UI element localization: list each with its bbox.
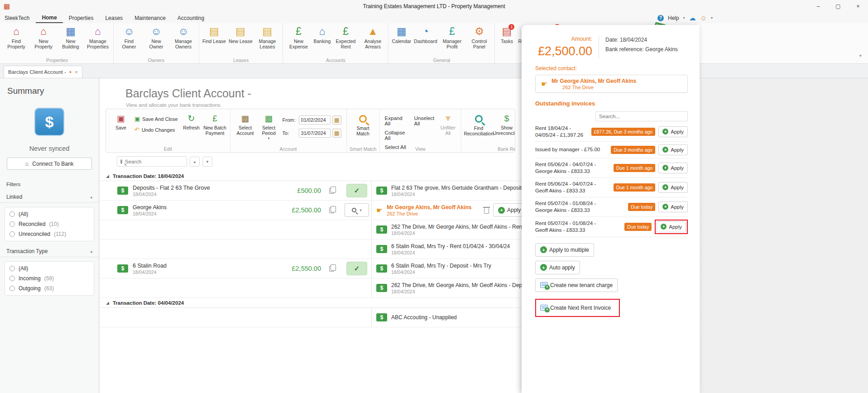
- trash-icon[interactable]: [484, 208, 489, 214]
- filter-option-all[interactable]: (All): [5, 264, 94, 273]
- close-button[interactable]: ×: [848, 0, 868, 13]
- group-expander-icon[interactable]: ◢: [106, 174, 109, 178]
- new-property-button[interactable]: ⌂ New Property: [30, 24, 57, 50]
- group-expander-icon[interactable]: ◢: [106, 301, 109, 305]
- invoice-apply-button[interactable]: + Apply: [658, 182, 688, 193]
- user-chevron-icon[interactable]: ▾: [711, 16, 713, 20]
- apply-to-multiple-button[interactable]: + Apply to multiple: [535, 243, 594, 257]
- selected-contact-name: Mr George Akins, Mr Geoff Akins: [387, 204, 471, 211]
- menu-sleektech[interactable]: SleekTech: [5, 13, 36, 23]
- auto-apply-button[interactable]: + Auto apply: [535, 261, 580, 274]
- radio-icon[interactable]: [10, 221, 15, 227]
- menu-tab-accounting[interactable]: Accounting: [172, 13, 210, 23]
- unfilter-all-button[interactable]: ▼ Unfilter All: [438, 111, 458, 136]
- select-period-button[interactable]: ▦ Select Period ▾: [257, 111, 281, 140]
- filter-option-incoming[interactable]: Incoming (59): [5, 273, 94, 283]
- select-account-button[interactable]: ▦ Select Account: [234, 111, 257, 136]
- expand-all-button[interactable]: Expand All: [385, 115, 407, 126]
- filter-option-reconciled[interactable]: Reconciled (10): [5, 219, 94, 229]
- tab-close-icon[interactable]: ×: [75, 69, 77, 75]
- show-unreconciled-button[interactable]: $ Show Unreconciled: [493, 111, 515, 136]
- cloud-sync-icon[interactable]: ☁: [689, 14, 696, 22]
- new-building-button[interactable]: ▦ New Building: [57, 24, 84, 50]
- analyse-arrears-button[interactable]: ▲ Analyse Arrears: [359, 24, 386, 50]
- save-button[interactable]: ▣ Save: [109, 111, 133, 130]
- create-new-tenant-charge-button[interactable]: Create new tenant charge: [535, 278, 618, 292]
- help-icon[interactable]: ?: [657, 15, 664, 21]
- tasks-button[interactable]: 1 ▤ Tasks: [497, 24, 517, 45]
- copy-icon[interactable]: [329, 266, 334, 272]
- to-date-input[interactable]: [299, 129, 331, 138]
- refresh-button[interactable]: ↻ Refresh: [180, 111, 203, 130]
- invoice-search-input[interactable]: [595, 111, 688, 121]
- from-date-input[interactable]: [299, 115, 331, 125]
- user-account-icon[interactable]: ☺: [700, 14, 707, 22]
- from-calendar-icon[interactable]: ▦: [332, 115, 341, 125]
- copy-icon[interactable]: [329, 188, 334, 194]
- manage-leases-icon: ▤: [263, 25, 273, 38]
- help-chevron-icon[interactable]: ▾: [683, 16, 685, 20]
- copy-icon[interactable]: [329, 207, 334, 213]
- tab-barclays-client-account[interactable]: Barclays Client Account - ● ×: [4, 66, 82, 78]
- manage-leases-button[interactable]: ▤ Manage Leases: [254, 24, 281, 50]
- search-next-icon[interactable]: ▾: [202, 157, 212, 167]
- invoice-apply-button[interactable]: + Apply: [658, 144, 688, 155]
- filter-option-unreconciled[interactable]: Unreconciled (112): [5, 229, 94, 239]
- filter-option-all[interactable]: (All): [5, 209, 94, 219]
- cash-icon: $: [376, 245, 387, 253]
- save-and-close-button[interactable]: ▣ Save And Close: [134, 115, 178, 122]
- undo-changes-button[interactable]: ↶ Undo Changes: [134, 126, 178, 133]
- invoice-apply-button[interactable]: + Apply: [658, 201, 688, 212]
- help-label[interactable]: Help: [668, 15, 679, 21]
- find-owner-button[interactable]: ☺ Find Owner: [115, 24, 143, 50]
- linked-filter-header[interactable]: Linked ▴: [0, 192, 99, 203]
- menu-tab-leases[interactable]: Leases: [99, 13, 129, 23]
- menu-tab-properties[interactable]: Properties: [63, 13, 100, 23]
- find-property-button[interactable]: ⌂ Find Property: [3, 24, 30, 50]
- transaction-search-box[interactable]: [117, 156, 187, 167]
- manage-properties-button[interactable]: ⌂ Manage Properties: [84, 24, 111, 50]
- radio-icon[interactable]: [10, 286, 15, 291]
- transaction-date: 18/04/2024: [133, 192, 210, 197]
- filter-option-outgoing[interactable]: Outgoing (63): [5, 283, 94, 293]
- find-reconciliation-button[interactable]: Find Reconciliation: [465, 111, 493, 136]
- manager-profit-button[interactable]: £ Manager Profit: [438, 24, 465, 50]
- radio-icon[interactable]: [10, 231, 15, 237]
- new-owner-button[interactable]: ☺ New Owner: [143, 24, 170, 50]
- banking-button[interactable]: ⌂ Banking: [312, 24, 332, 45]
- contact-search-dropdown[interactable]: ▾: [345, 203, 369, 217]
- minimize-button[interactable]: –: [808, 0, 828, 13]
- new-expense-button[interactable]: £ New Expense: [285, 24, 312, 50]
- maximize-button[interactable]: ▢: [828, 0, 848, 13]
- invoice-apply-button-highlighted[interactable]: + Apply: [657, 221, 686, 232]
- menu-tab-home[interactable]: Home: [36, 13, 62, 23]
- radio-icon[interactable]: [10, 211, 15, 217]
- invoice-apply-button[interactable]: + Apply: [658, 163, 688, 173]
- menu-tab-maintenance[interactable]: Maintenance: [129, 13, 172, 23]
- radio-icon[interactable]: [10, 276, 15, 281]
- ribbon-collapse-icon[interactable]: ▾: [859, 53, 862, 58]
- search-prev-icon[interactable]: ▴: [190, 157, 200, 167]
- unselect-all-button[interactable]: Unselect All: [414, 115, 436, 126]
- ribbon-label: New Property: [31, 38, 56, 49]
- document-tabstrip: Barclays Client Account - ● ×: [0, 64, 868, 78]
- selected-contact-card[interactable]: ☛ Mr George Akins, Mr Geoff Akins 262 Th…: [535, 75, 688, 93]
- transaction-type-filter-header[interactable]: Transaction Type ▴: [0, 246, 99, 257]
- manage-owners-button[interactable]: ☺ Manage Owners: [170, 24, 197, 50]
- new-lease-button[interactable]: ▤ New Lease: [227, 24, 254, 45]
- create-next-rent-invoice-button[interactable]: Create Next Rent Invoice: [538, 302, 613, 314]
- radio-icon[interactable]: [10, 266, 15, 271]
- new-batch-payment-button[interactable]: £ New Batch Payment: [203, 111, 227, 136]
- to-calendar-icon[interactable]: ▦: [332, 129, 341, 138]
- apply-button[interactable]: + Apply: [493, 203, 526, 217]
- collapse-all-button[interactable]: Collapse All: [385, 130, 407, 141]
- calendar-button[interactable]: ▦ Calendar: [390, 24, 412, 45]
- control-panel-button[interactable]: ⚙ Control Panel: [465, 24, 493, 50]
- dashboard-button[interactable]: ◔ Dashboard: [412, 24, 438, 45]
- transaction-search-input[interactable]: [125, 159, 195, 164]
- expected-rent-button[interactable]: £ Expected Rent: [332, 24, 359, 50]
- invoice-apply-button[interactable]: + Apply: [658, 126, 688, 137]
- find-lease-button[interactable]: ▤ Find Lease: [201, 24, 227, 45]
- smart-match-button[interactable]: Smart Match: [350, 111, 376, 136]
- connect-to-bank-button[interactable]: ⌂ Connect To Bank: [7, 158, 92, 170]
